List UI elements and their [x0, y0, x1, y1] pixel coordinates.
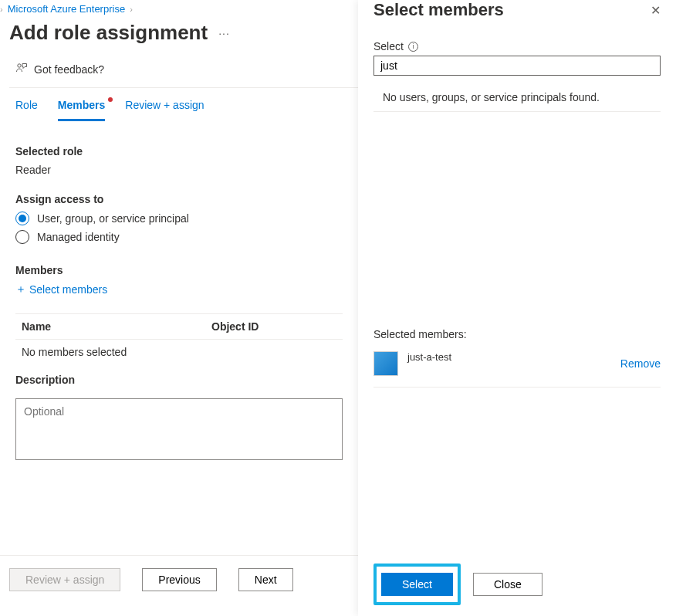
close-button[interactable]: Close — [473, 573, 542, 596]
selected-members-label: Selected members: — [373, 328, 661, 340]
search-input[interactable] — [373, 56, 661, 76]
radio-user-group-sp[interactable]: User, group, or service principal — [15, 212, 343, 225]
column-object-id: Object ID — [211, 320, 336, 333]
members-table-empty: No members selected — [15, 340, 343, 374]
select-button[interactable]: Select — [381, 573, 453, 596]
tab-review[interactable]: Review + assign — [125, 99, 204, 121]
close-icon[interactable]: ✕ — [651, 3, 661, 18]
panel-title: Select members — [373, 0, 504, 20]
selected-role-label: Selected role — [15, 145, 343, 157]
tutorial-highlight: Select — [373, 564, 461, 605]
remove-member-link[interactable]: Remove — [620, 357, 661, 370]
select-members-panel: Select members ✕ Select i No users, grou… — [358, 0, 676, 616]
members-label: Members — [15, 264, 343, 276]
tab-members-label: Members — [58, 99, 105, 111]
review-assign-button[interactable]: Review + assign — [9, 568, 120, 591]
info-icon[interactable]: i — [408, 42, 418, 52]
radio-managed-identity[interactable]: Managed identity — [15, 230, 343, 244]
panel-footer: Select Close — [358, 553, 676, 616]
more-menu-icon[interactable]: ··· — [218, 27, 230, 39]
next-button[interactable]: Next — [238, 568, 293, 591]
person-feedback-icon — [15, 62, 28, 76]
feedback-link[interactable]: Got feedback? — [0, 62, 358, 87]
search-label: Select — [373, 40, 404, 52]
page-footer: Review + assign Previous Next — [0, 555, 358, 616]
select-members-text: Select members — [29, 283, 107, 296]
page-title: Add role assignment — [9, 21, 208, 45]
description-label: Description — [15, 374, 343, 386]
tab-members[interactable]: Members — [58, 99, 105, 121]
assign-access-label: Assign access to — [15, 193, 343, 205]
previous-button[interactable]: Previous — [142, 568, 216, 591]
chevron-right-icon: › — [130, 5, 133, 14]
members-table-header: Name Object ID — [15, 314, 343, 339]
no-results-message: No users, groups, or service principals … — [373, 76, 661, 111]
selected-role-value: Reader — [15, 164, 343, 176]
chevron-right-icon: › — [0, 5, 3, 14]
member-thumbnail-icon — [373, 351, 398, 376]
radio-icon — [15, 230, 29, 244]
feedback-label: Got feedback? — [34, 63, 104, 76]
tab-role[interactable]: Role — [15, 99, 38, 121]
svg-point-0 — [18, 64, 21, 67]
tabs: Role Members Review + assign — [0, 88, 358, 122]
description-input[interactable] — [15, 398, 343, 460]
radio-label: User, group, or service principal — [37, 212, 189, 225]
selected-member-row: just-a-test Remove — [373, 351, 661, 376]
select-members-link[interactable]: ＋ Select members — [15, 283, 343, 296]
attention-dot-icon — [108, 97, 113, 102]
breadcrumb: › Microsoft Azure Enterprise › — [0, 0, 358, 21]
column-name: Name — [22, 320, 211, 333]
plus-icon: ＋ — [15, 283, 26, 296]
radio-label: Managed identity — [37, 231, 120, 243]
radio-icon — [15, 212, 29, 225]
member-name: just-a-test — [407, 351, 611, 363]
breadcrumb-link[interactable]: Microsoft Azure Enterprise — [8, 3, 125, 15]
